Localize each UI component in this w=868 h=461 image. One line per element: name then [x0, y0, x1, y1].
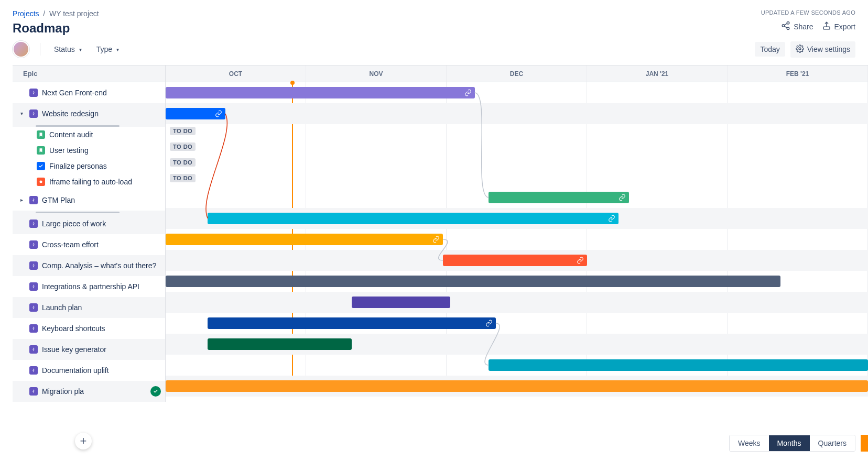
epic-label: Migration pla [42, 387, 84, 396]
svg-point-0 [787, 22, 789, 25]
timeline-row[interactable] [166, 103, 868, 124]
timeline-row[interactable] [166, 82, 868, 103]
status-filter[interactable]: Status ▾ [51, 43, 85, 56]
month-column: FEB '21 [728, 65, 868, 82]
today-button[interactable]: Today [755, 42, 785, 57]
link-icon [432, 236, 440, 243]
progress-indicator [36, 125, 120, 127]
timeline-row[interactable] [166, 187, 868, 208]
type-filter[interactable]: Type ▾ [93, 43, 122, 56]
avatar[interactable] [13, 41, 29, 58]
timeline-row[interactable] [166, 271, 868, 292]
status-chip: TO DO [170, 127, 196, 135]
epic-bar[interactable] [443, 255, 587, 266]
epic-bar[interactable] [489, 192, 629, 203]
child-issue-row[interactable]: Iframe failing to auto-load [13, 174, 165, 190]
epic-icon [29, 261, 38, 270]
timeline-row[interactable] [166, 229, 868, 250]
epic-row[interactable]: Integrations & partnership API [13, 276, 165, 297]
timeline-row: TO DO [166, 140, 868, 156]
timeline[interactable]: OCTNOVDECJAN '21FEB '21 TO DOTO DOTO DOT… [166, 65, 868, 402]
epic-bar[interactable] [489, 359, 868, 371]
svg-line-3 [785, 24, 787, 25]
epic-bar[interactable] [166, 276, 780, 287]
sidebar-header: Epic [13, 65, 165, 82]
epic-row[interactable]: Next Gen Front-end [13, 82, 165, 103]
epic-bar[interactable] [208, 317, 495, 329]
epic-bar[interactable] [166, 380, 868, 392]
svg-point-6 [799, 48, 801, 50]
epic-row[interactable]: Migration pla [13, 381, 165, 402]
share-icon [781, 21, 790, 32]
timeline-row[interactable] [166, 208, 868, 229]
epic-icon [29, 282, 38, 291]
epic-bar[interactable] [208, 338, 352, 350]
epic-label: Keyboard shortcuts [42, 324, 105, 333]
epic-bar[interactable] [208, 213, 619, 224]
epic-icon [29, 240, 38, 249]
epic-bar[interactable] [166, 87, 475, 98]
child-issue-row[interactable]: Finalize personas [13, 158, 165, 174]
epic-row[interactable]: Launch plan [13, 297, 165, 318]
epic-icon [29, 387, 38, 396]
breadcrumb-root[interactable]: Projects [13, 9, 39, 18]
share-button[interactable]: Share [781, 21, 813, 32]
epic-icon [29, 324, 38, 333]
epic-row[interactable]: ▸ GTM Plan [13, 190, 165, 211]
svg-point-7 [40, 181, 42, 183]
epic-icon [29, 219, 38, 228]
export-icon [822, 21, 831, 32]
child-issue-label: Content audit [49, 130, 93, 139]
epic-label: Launch plan [42, 303, 82, 312]
epic-bar[interactable] [166, 234, 443, 245]
timeline-row: TO DO [166, 124, 868, 140]
month-column: DEC [447, 65, 587, 82]
timeline-row[interactable] [166, 355, 868, 376]
timeline-row: TO DO [166, 171, 868, 187]
epic-icon [29, 89, 38, 97]
child-issue-row[interactable]: Content audit [13, 127, 165, 142]
epic-label: Website redesign [42, 109, 99, 118]
status-chip: TO DO [170, 158, 196, 167]
link-icon [619, 194, 626, 201]
timeline-row[interactable] [166, 334, 868, 355]
svg-point-2 [787, 27, 789, 30]
epic-row[interactable]: ▾ Website redesign [13, 103, 165, 124]
export-button[interactable]: Export [822, 21, 855, 32]
timeline-row[interactable] [166, 376, 868, 397]
epic-icon [29, 196, 38, 204]
breadcrumb-project: WY test project [49, 9, 99, 18]
svg-line-4 [785, 26, 787, 28]
timeline-row[interactable] [166, 250, 868, 271]
page-header: Projects / WY test project Roadmap UPDAT… [0, 0, 868, 36]
epic-label: Cross-team effort [42, 240, 99, 249]
timeline-row[interactable] [166, 313, 868, 334]
epic-row[interactable]: Large piece of work [13, 213, 165, 234]
link-icon [577, 257, 584, 264]
child-issue-row[interactable]: User testing [13, 142, 165, 158]
link-icon [215, 110, 222, 117]
expand-toggle[interactable]: ▸ [18, 197, 25, 203]
epic-row[interactable]: Issue key generator [13, 339, 165, 360]
link-icon [464, 89, 472, 96]
view-settings-button[interactable]: View settings [790, 41, 855, 58]
epic-row[interactable]: Documentation uplift [13, 360, 165, 381]
expand-toggle[interactable]: ▾ [18, 111, 25, 116]
epic-row[interactable]: Cross-team effort [13, 234, 165, 255]
epic-bar[interactable] [166, 108, 225, 119]
svg-rect-5 [823, 27, 830, 29]
epic-label: Large piece of work [42, 219, 106, 228]
link-icon [608, 215, 615, 222]
epic-row[interactable]: Keyboard shortcuts [13, 318, 165, 339]
child-issue-label: User testing [49, 146, 89, 155]
timeline-row: TO DO [166, 156, 868, 171]
epic-label: Issue key generator [42, 345, 106, 354]
epic-icon [29, 345, 38, 354]
timeline-row[interactable] [166, 292, 868, 313]
epic-bar[interactable] [352, 297, 450, 308]
epic-row[interactable]: Comp. Analysis – what's out there? [13, 255, 165, 276]
link-icon [485, 320, 493, 327]
month-column: OCT [166, 65, 306, 82]
epic-label: Comp. Analysis – what's out there? [42, 261, 156, 270]
epic-icon [29, 303, 38, 312]
